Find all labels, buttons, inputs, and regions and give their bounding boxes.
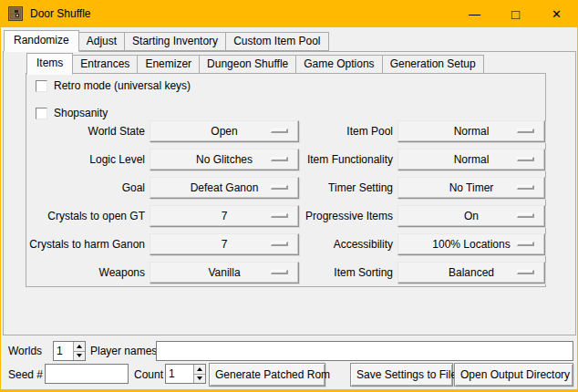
crystals-ganon-label: Crystals to harm Ganon xyxy=(28,233,145,255)
seed-label: Seed # xyxy=(8,365,43,385)
dropdown-indicator-icon xyxy=(517,270,534,274)
timer-setting-dropdown[interactable]: No Timer xyxy=(397,177,545,199)
goal-value: Defeat Ganon xyxy=(191,178,259,198)
spin-up-icon[interactable] xyxy=(194,365,205,375)
open-output-button[interactable]: Open Output Directory xyxy=(454,363,573,387)
timer-setting-label: Timer Setting xyxy=(302,177,393,199)
dropdown-indicator-icon xyxy=(271,213,288,218)
crystals-ganon-dropdown[interactable]: 7 xyxy=(150,233,299,255)
item-functionality-value: Normal xyxy=(454,150,490,170)
item-functionality-dropdown[interactable]: Normal xyxy=(397,149,545,170)
timer-setting-value: No Timer xyxy=(449,178,494,198)
weapons-value: Vanilla xyxy=(208,263,240,283)
save-settings-button[interactable]: Save Settings to File xyxy=(350,363,453,387)
worlds-input[interactable] xyxy=(54,342,73,360)
door-icon xyxy=(8,6,23,21)
dropdown-indicator-icon xyxy=(271,157,288,161)
accessibility-label: Accessibility xyxy=(302,233,393,255)
tab-items[interactable]: Items xyxy=(26,53,73,75)
minimize-button[interactable]: — xyxy=(454,0,495,27)
tab-enemizer[interactable]: Enemizer xyxy=(137,55,200,74)
sub-tab-bar: Items Entrances Enemizer Dungeon Shuffle… xyxy=(26,53,483,74)
spin-down-icon[interactable] xyxy=(194,375,205,384)
accessibility-dropdown[interactable]: 100% Locations xyxy=(397,233,545,255)
main-tab-bar: Randomize Adjust Starting Inventory Cust… xyxy=(4,30,328,51)
dropdown-indicator-icon xyxy=(271,185,288,190)
logic-level-value: No Glitches xyxy=(196,150,253,170)
tab-generation-setup[interactable]: Generation Setup xyxy=(382,55,484,74)
dropdown-indicator-icon xyxy=(517,242,534,246)
player-names-label: Player names xyxy=(90,341,157,361)
accessibility-value: 100% Locations xyxy=(432,234,510,254)
dropdown-indicator-icon xyxy=(517,129,534,133)
count-spinbox[interactable] xyxy=(165,364,206,384)
shopsanity-label: Shopsanity xyxy=(54,107,108,119)
world-state-value: Open xyxy=(211,121,237,141)
retro-mode-label: Retro mode (universal keys) xyxy=(54,79,191,92)
worlds-label: Worlds xyxy=(8,341,42,361)
retro-mode-checkbox[interactable] xyxy=(36,80,47,92)
goal-label: Goal xyxy=(28,177,145,199)
dropdown-indicator-icon xyxy=(271,129,288,133)
retro-mode-row: Retro mode (universal keys) xyxy=(36,79,191,92)
item-sorting-dropdown[interactable]: Balanced xyxy=(397,262,545,284)
item-sorting-value: Balanced xyxy=(449,263,494,283)
shopsanity-row: Shopsanity xyxy=(36,107,108,119)
window-controls: — □ ✕ xyxy=(454,0,577,27)
crystals-gt-label: Crystals to open GT xyxy=(28,205,145,227)
logic-level-label: Logic Level xyxy=(28,149,145,170)
crystals-ganon-value: 7 xyxy=(222,234,228,254)
dropdown-indicator-icon xyxy=(271,270,288,274)
crystals-gt-dropdown[interactable]: 7 xyxy=(150,205,299,227)
worlds-spin-arrows[interactable] xyxy=(73,342,85,360)
tab-dungeon-shuffle[interactable]: Dungeon Shuffle xyxy=(199,55,296,74)
world-state-dropdown[interactable]: Open xyxy=(150,120,299,142)
app-window: Door Shuffle — □ ✕ Randomize Adjust Star… xyxy=(0,0,578,392)
shopsanity-checkbox[interactable] xyxy=(36,108,47,119)
count-spin-arrows[interactable] xyxy=(193,365,205,383)
crystals-gt-value: 7 xyxy=(222,206,228,226)
worlds-spinbox[interactable] xyxy=(53,341,86,361)
tab-entrances[interactable]: Entrances xyxy=(72,55,138,74)
item-functionality-label: Item Functionality xyxy=(302,149,393,170)
maximize-button[interactable]: □ xyxy=(495,0,536,27)
dropdown-indicator-icon xyxy=(517,213,534,218)
tab-custom-item-pool[interactable]: Custom Item Pool xyxy=(225,32,328,51)
dropdown-indicator-icon xyxy=(271,242,288,246)
logic-level-dropdown[interactable]: No Glitches xyxy=(150,149,299,170)
generate-rom-button[interactable]: Generate Patched Rom xyxy=(209,363,325,387)
tab-starting-inventory[interactable]: Starting Inventory xyxy=(124,32,226,51)
item-sorting-label: Item Sorting xyxy=(302,262,393,284)
weapons-dropdown[interactable]: Vanilla xyxy=(150,262,299,284)
dropdown-indicator-icon xyxy=(517,157,534,161)
spin-down-icon[interactable] xyxy=(74,352,85,361)
window-title: Door Shuffle xyxy=(30,7,91,20)
tab-randomize[interactable]: Randomize xyxy=(4,30,79,52)
tab-game-options[interactable]: Game Options xyxy=(295,55,382,74)
tab-adjust[interactable]: Adjust xyxy=(78,32,125,51)
item-pool-label: Item Pool xyxy=(302,120,393,142)
world-state-label: World State xyxy=(28,120,145,142)
item-pool-dropdown[interactable]: Normal xyxy=(397,120,545,142)
progressive-items-value: On xyxy=(464,206,479,226)
titlebar: Door Shuffle — □ ✕ xyxy=(1,0,577,27)
dropdown-indicator-icon xyxy=(517,185,534,190)
spin-up-icon[interactable] xyxy=(74,342,85,352)
count-input[interactable] xyxy=(166,365,193,383)
seed-input[interactable] xyxy=(45,364,129,384)
close-button[interactable]: ✕ xyxy=(536,0,577,27)
player-names-input[interactable] xyxy=(156,341,573,361)
item-pool-value: Normal xyxy=(454,121,490,141)
goal-dropdown[interactable]: Defeat Ganon xyxy=(150,177,299,199)
weapons-label: Weapons xyxy=(28,262,145,284)
progressive-items-dropdown[interactable]: On xyxy=(397,205,545,227)
count-label: Count xyxy=(134,365,163,385)
progressive-items-label: Progressive Items xyxy=(302,205,393,227)
